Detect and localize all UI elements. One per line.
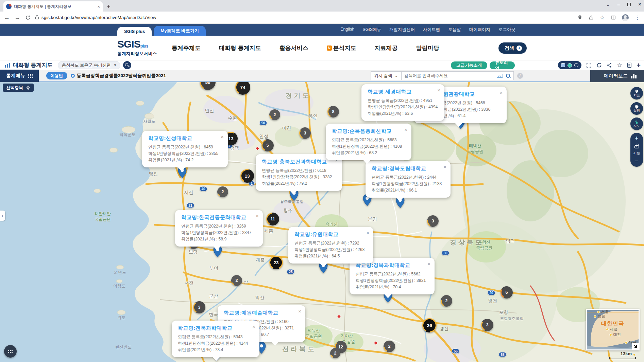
utility-link[interactable]: 로그아웃: [498, 27, 515, 33]
minimize-button[interactable]: –: [617, 2, 620, 7]
indicator-tool-button[interactable]: 지표: [630, 87, 643, 99]
close-icon[interactable]: ×: [252, 324, 255, 329]
settings-tool-button[interactable]: 설정: [630, 102, 643, 115]
info-icon[interactable]: i: [517, 73, 523, 79]
advanced-features-button[interactable]: 고급기능소개: [451, 61, 487, 69]
utility-link[interactable]: 마이페이지: [469, 27, 491, 33]
close-icon[interactable]: ×: [404, 127, 407, 132]
map-search-input[interactable]: [404, 73, 497, 78]
close-icon[interactable]: ×: [427, 261, 430, 267]
region-search-button[interactable]: [123, 61, 131, 69]
nav-item-알림마당[interactable]: 알림마당: [416, 44, 439, 52]
share-map-icon[interactable]: [607, 62, 612, 68]
location-icon[interactable]: [577, 15, 582, 20]
cluster-marker[interactable]: 2: [269, 109, 280, 120]
close-icon[interactable]: ×: [256, 213, 259, 219]
map-page-title: 대화형 통계지도: [13, 62, 52, 69]
nav-item-대화형 통계지도[interactable]: 대화형 통계지도: [219, 44, 261, 52]
hybrid-map-icon[interactable]: [574, 63, 578, 67]
map-style-toggle[interactable]: [558, 61, 581, 69]
sgis-logo[interactable]: SGISplus 통계지리정보서비스: [117, 39, 158, 57]
zoom-in-button[interactable]: +: [635, 135, 639, 141]
maximize-button[interactable]: [627, 3, 631, 6]
utility-link[interactable]: 도움말: [448, 27, 461, 33]
refresh-icon[interactable]: [25, 15, 31, 20]
map-style-button[interactable]: 지도: [630, 117, 643, 130]
cluster-count: 74: [236, 82, 249, 94]
zoom-out-button[interactable]: −: [635, 159, 639, 164]
satellite-map-icon[interactable]: [567, 63, 572, 68]
overview-minimap[interactable]: 대한민국 서울인천세종대전대구: [586, 309, 640, 350]
tutorial-button[interactable]: 튜토리얼: [490, 61, 515, 69]
cluster-marker[interactable]: 11: [266, 213, 279, 225]
usage-guide-button[interactable]: 이용법: [46, 72, 67, 79]
reset-icon[interactable]: [596, 62, 602, 68]
statistics-menu-button[interactable]: 통계메뉴: [0, 70, 39, 82]
address-field[interactable]: sgis.kostat.go.kr/view/map/interactiveMa…: [35, 15, 573, 20]
utility-link[interactable]: English: [340, 27, 354, 33]
forward-button[interactable]: →: [15, 14, 20, 21]
utility-link[interactable]: 사이트맵: [423, 27, 440, 33]
minimap-resize-handle[interactable]: [632, 343, 639, 349]
site-search-button[interactable]: 검색 +: [498, 42, 527, 54]
search-submit-icon[interactable]: [506, 73, 511, 78]
cluster-marker[interactable]: 2: [231, 275, 242, 286]
popup-stat-line: 학생1인당장학금(2022년,천원) : 4268: [294, 247, 367, 253]
region-selector[interactable]: 충청북도 보은군 속리산면 ▼: [58, 61, 120, 69]
cluster-marker[interactable]: 26: [422, 318, 437, 332]
cluster-marker[interactable]: 23: [269, 256, 283, 269]
lock-icon[interactable]: [634, 145, 639, 148]
cluster-marker[interactable]: 13: [240, 169, 254, 183]
report-icon[interactable]: [627, 62, 632, 68]
browser-menu-icon[interactable]: ⋮: [635, 15, 640, 21]
cluster-marker[interactable]: 3: [481, 319, 493, 331]
close-icon[interactable]: ×: [298, 308, 301, 314]
cluster-marker[interactable]: 3: [193, 301, 205, 313]
sgis-plus-tab[interactable]: SGIS plus: [117, 27, 152, 36]
back-button[interactable]: ←: [4, 14, 10, 21]
nav-item-분석지도[interactable]: N분석지도: [327, 44, 356, 52]
add-map-icon[interactable]: +: [637, 61, 641, 69]
cluster-marker[interactable]: 8: [327, 106, 339, 117]
close-icon[interactable]: ×: [437, 87, 440, 93]
close-icon[interactable]: ×: [221, 134, 224, 140]
close-icon[interactable]: ×: [366, 230, 369, 236]
virtual-keyboard-icon[interactable]: [497, 74, 503, 78]
nav-item-자료제공[interactable]: 자료제공: [375, 44, 398, 52]
close-icon[interactable]: ×: [499, 90, 503, 95]
my-stats-tab[interactable]: My통계로 바로가기: [154, 26, 206, 36]
utility-link[interactable]: 개발지원센터: [389, 27, 415, 33]
close-window-button[interactable]: ×: [638, 1, 641, 7]
cluster-marker[interactable]: 6: [501, 286, 513, 298]
cluster-marker[interactable]: 3: [427, 215, 439, 227]
legend-button[interactable]: [4, 345, 17, 358]
share-icon[interactable]: [589, 15, 594, 20]
cluster-marker[interactable]: 2: [217, 186, 228, 197]
fullscreen-icon[interactable]: [586, 62, 592, 68]
road-shield: 30: [441, 251, 449, 256]
minimap-city: 인천: [594, 314, 605, 319]
profile-avatar[interactable]: [622, 14, 629, 21]
browser-tab[interactable]: 대화형 통계지도 | 통계지리정보 ×: [3, 1, 103, 12]
cluster-marker[interactable]: 2: [384, 341, 395, 352]
interactive-map[interactable]: 선택항목 › 지표 설정 지도 + 시도 −: [0, 82, 644, 362]
cluster-marker[interactable]: 2: [330, 348, 340, 358]
panel-expander[interactable]: ›: [0, 211, 5, 221]
side-panel-icon[interactable]: [611, 15, 616, 20]
search-type-select[interactable]: 위치 검색 ⌄: [371, 71, 402, 80]
utility-link[interactable]: SGIS에듀: [362, 27, 381, 33]
selected-items-tab[interactable]: 선택항목: [3, 84, 34, 92]
tab-search-icon[interactable]: ⌄: [606, 2, 610, 7]
base-map-icon[interactable]: [561, 63, 565, 67]
favorite-icon[interactable]: ☆: [617, 61, 622, 69]
bookmark-star-icon[interactable]: ☆: [600, 14, 605, 21]
close-icon[interactable]: ×: [443, 164, 446, 170]
nav-item-활용서비스[interactable]: 활용서비스: [279, 44, 308, 52]
databoard-button[interactable]: 데이터보드: [590, 70, 644, 82]
cluster-marker[interactable]: 3: [299, 127, 311, 139]
tab-close-icon[interactable]: ×: [97, 4, 100, 9]
cluster-marker[interactable]: 5: [261, 139, 274, 151]
cluster-marker[interactable]: 2: [441, 295, 452, 307]
new-tab-button[interactable]: +: [107, 3, 111, 10]
nav-item-통계주제도[interactable]: 통계주제도: [172, 44, 201, 52]
